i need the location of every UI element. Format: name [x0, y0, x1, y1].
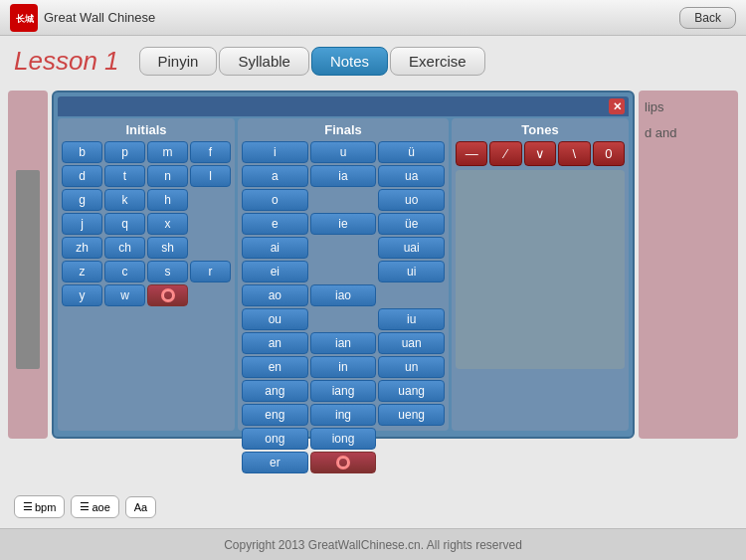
final-uai[interactable]: uai: [378, 237, 445, 259]
tab-exercise[interactable]: Exercise: [390, 47, 485, 76]
final-a[interactable]: a: [242, 165, 308, 187]
final-ing[interactable]: ing: [310, 404, 377, 426]
key-k[interactable]: k: [104, 189, 145, 211]
final-iao[interactable]: iao: [310, 284, 377, 306]
tone-2[interactable]: ∕: [489, 141, 521, 166]
final-iang[interactable]: iang: [310, 380, 377, 402]
font-label: Aa: [134, 501, 147, 513]
key-g[interactable]: g: [62, 189, 102, 211]
final-empty6: [378, 428, 445, 450]
toolbar-btn-font[interactable]: Aa: [125, 496, 156, 518]
final-ai[interactable]: ai: [242, 237, 308, 259]
final-ueng[interactable]: ueng: [378, 404, 445, 426]
back-button[interactable]: Back: [679, 7, 736, 29]
final-iu[interactable]: iu: [378, 308, 445, 330]
finals-section: Finals i u ü a ia ua o uo e ie üe ai ua: [238, 118, 449, 431]
final-empty5: [310, 308, 377, 330]
key-r[interactable]: r: [190, 261, 231, 282]
final-ang[interactable]: ang: [242, 380, 308, 402]
final-o[interactable]: o: [242, 189, 308, 211]
key-ch[interactable]: ch: [104, 237, 145, 259]
svg-text:长城: 长城: [16, 14, 34, 24]
final-e[interactable]: e: [242, 213, 308, 235]
key-initials-special[interactable]: [147, 284, 188, 306]
initials-title: Initials: [62, 122, 231, 137]
final-un[interactable]: un: [378, 356, 445, 378]
right-panel: lips d and: [639, 91, 738, 439]
key-m[interactable]: m: [147, 141, 188, 163]
key-l[interactable]: l: [190, 165, 231, 187]
final-üe[interactable]: üe: [378, 213, 445, 235]
final-uo[interactable]: uo: [378, 189, 445, 211]
close-icon[interactable]: ✕: [609, 98, 625, 114]
key-p[interactable]: p: [104, 141, 145, 163]
key-z[interactable]: z: [62, 261, 102, 282]
tab-bar: Pinyin Syllable Notes Exercise: [139, 47, 485, 76]
key-f[interactable]: f: [190, 141, 231, 163]
key-q[interactable]: q: [104, 213, 145, 235]
key-y[interactable]: y: [62, 284, 102, 306]
final-ou[interactable]: ou: [242, 308, 308, 330]
key-empty1: [190, 189, 231, 211]
finals-title: Finals: [242, 122, 445, 137]
final-uan[interactable]: uan: [378, 332, 445, 354]
key-j[interactable]: j: [62, 213, 102, 235]
finals-grid: i u ü a ia ua o uo e ie üe ai uai ei: [242, 141, 445, 473]
final-empty4: [378, 284, 445, 306]
final-ü[interactable]: ü: [378, 141, 445, 163]
toolbar-btn-bpm[interactable]: ☰ bpm: [14, 495, 65, 518]
final-ong[interactable]: ong: [242, 428, 308, 450]
key-t[interactable]: t: [104, 165, 145, 187]
final-uang[interactable]: uang: [378, 380, 445, 402]
left-panel-inner: [16, 170, 40, 369]
tones-title: Tones: [456, 122, 625, 137]
final-in[interactable]: in: [310, 356, 377, 378]
final-en[interactable]: en: [242, 356, 308, 378]
tones-grid: — ∕ ∨ \ 0: [456, 141, 625, 166]
final-ua[interactable]: ua: [378, 165, 445, 187]
toolbar-btn-aoe[interactable]: ☰ aoe: [71, 495, 118, 518]
tone-3[interactable]: ∨: [524, 141, 556, 166]
tab-pinyin[interactable]: Pinyin: [139, 47, 218, 76]
right-panel-text2: d and: [645, 124, 732, 142]
tab-notes[interactable]: Notes: [311, 47, 388, 76]
bpm-icon: ☰: [23, 500, 33, 513]
key-d[interactable]: d: [62, 165, 102, 187]
key-w[interactable]: w: [104, 284, 145, 306]
final-empty3: [310, 261, 377, 282]
key-h[interactable]: h: [147, 189, 188, 211]
logo-icon: 长城: [10, 4, 38, 32]
lesson-title: Lesson 1: [14, 46, 119, 77]
final-empty7: [378, 452, 445, 473]
final-ei[interactable]: ei: [242, 261, 308, 282]
key-s[interactable]: s: [147, 261, 188, 282]
key-sh[interactable]: sh: [147, 237, 188, 259]
right-panel-text1: lips: [645, 98, 732, 116]
final-i[interactable]: i: [242, 141, 308, 163]
key-b[interactable]: b: [62, 141, 102, 163]
final-an[interactable]: an: [242, 332, 308, 354]
final-u[interactable]: u: [310, 141, 377, 163]
final-ui[interactable]: ui: [378, 261, 445, 282]
key-zh[interactable]: zh: [62, 237, 102, 259]
logo: 长城 Great Wall Chinese: [10, 4, 155, 32]
key-n[interactable]: n: [147, 165, 188, 187]
final-eng[interactable]: eng: [242, 404, 308, 426]
final-iong[interactable]: iong: [310, 428, 377, 450]
final-er[interactable]: er: [242, 452, 308, 473]
bpm-label: bpm: [35, 501, 56, 513]
key-c[interactable]: c: [104, 261, 145, 282]
tone-1[interactable]: —: [456, 141, 487, 166]
tone-4[interactable]: \: [558, 141, 590, 166]
main-content: ✕ Initials b p m f d t n l g k h: [0, 87, 746, 474]
bottom-toolbar: ☰ bpm ☰ aoe Aa: [0, 489, 746, 524]
final-ao[interactable]: ao: [242, 284, 308, 306]
final-ie[interactable]: ie: [310, 213, 377, 235]
tone-0[interactable]: 0: [593, 141, 625, 166]
final-empty1: [310, 189, 377, 211]
final-ia[interactable]: ia: [310, 165, 377, 187]
key-x[interactable]: x: [147, 213, 188, 235]
final-ian[interactable]: ian: [310, 332, 377, 354]
final-special[interactable]: [310, 452, 377, 473]
tab-syllable[interactable]: Syllable: [219, 47, 309, 76]
